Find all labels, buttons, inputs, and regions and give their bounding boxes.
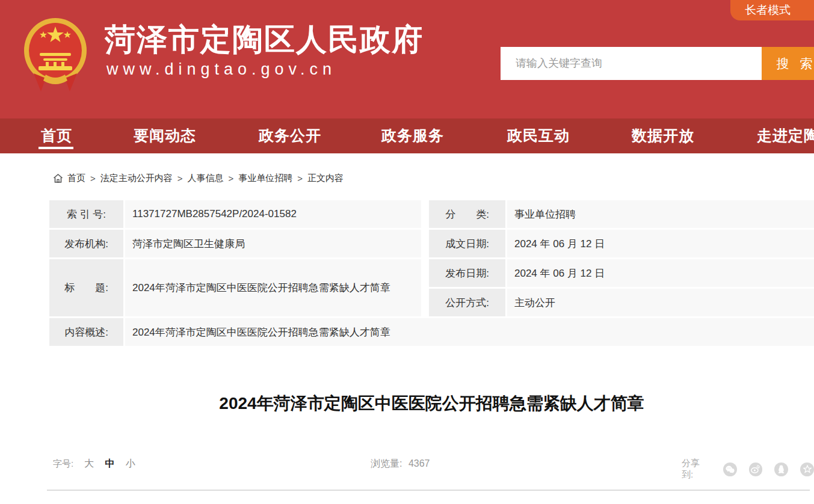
breadcrumb-item-current: 正文内容: [307, 173, 344, 184]
meta-value-method: 主动公开: [507, 289, 814, 316]
nav-item-gov-disclosure[interactable]: 政务公开: [259, 118, 321, 153]
font-size-large-button[interactable]: 大: [84, 458, 94, 469]
meta-label-agency: 发布机构:: [49, 230, 123, 257]
font-size-controls: 字号: 大 中 小: [53, 458, 135, 470]
meta-label-index: 索 引 号:: [49, 200, 123, 228]
meta-label-doc-date: 成文日期:: [429, 230, 505, 257]
search-input[interactable]: [501, 47, 762, 80]
meta-value-doc-date: 2024 年 06 月 12 日: [507, 230, 814, 257]
meta-label-title: 标 题:: [49, 259, 123, 316]
national-emblem-logo[interactable]: [22, 16, 89, 91]
meta-label-method: 公开方式:: [429, 289, 505, 316]
meta-label-pub-date: 发布日期:: [429, 259, 505, 287]
site-header: 菏泽市定陶区人民政府 www.dingtao.gov.cn 搜 索 长者模式: [0, 0, 814, 118]
breadcrumb: 首页 > 法定主动公开内容 > 人事信息 > 事业单位招聘 > 正文内容: [53, 171, 344, 185]
elder-mode-button[interactable]: 长者模式: [730, 0, 814, 20]
meta-label-category: 分 类:: [429, 200, 505, 228]
view-count-value: 4367: [409, 458, 430, 469]
share-bar: 分享到:: [682, 458, 814, 481]
meta-value-category: 事业单位招聘: [507, 200, 814, 228]
breadcrumb-item-home[interactable]: 首页: [67, 173, 85, 184]
wechat-share-icon[interactable]: [723, 463, 737, 476]
nav-item-gov-services[interactable]: 政务服务: [381, 118, 444, 153]
breadcrumb-separator: >: [297, 173, 303, 183]
meta-label-summary: 内容概述:: [49, 318, 123, 346]
view-count: 浏览量: 4367: [367, 458, 430, 470]
meta-value-summary: 2024年菏泽市定陶区中医医院公开招聘急需紧缺人才简章: [125, 318, 814, 346]
site-url: www.dingtao.gov.cn: [106, 60, 336, 79]
breadcrumb-item-disclosure[interactable]: 法定主动公开内容: [100, 173, 173, 184]
breadcrumb-separator: >: [90, 173, 96, 183]
search-button[interactable]: 搜 索: [762, 47, 814, 80]
breadcrumb-separator: >: [177, 173, 183, 183]
weibo-share-icon[interactable]: [749, 463, 763, 476]
meta-value-index: 11371727MB2857542P/2024-01582: [125, 200, 421, 228]
nav-item-label: 首页: [41, 127, 72, 144]
breadcrumb-item-recruitment[interactable]: 事业单位招聘: [238, 173, 292, 184]
site-title: 菏泽市定陶区人民政府: [105, 19, 424, 61]
home-icon: [53, 173, 63, 183]
breadcrumb-separator: >: [229, 173, 234, 183]
nav-item-about-dingtao[interactable]: 走进定陶: [757, 118, 814, 153]
nav-item-news[interactable]: 要闻动态: [134, 118, 196, 153]
font-size-small-button[interactable]: 小: [126, 458, 135, 469]
meta-value-title: 2024年菏泽市定陶区中医医院公开招聘急需紧缺人才简章: [125, 259, 421, 316]
main-navigation: 首页 要闻动态 政务公开 政务服务 政民互动 数据开放 走进定陶: [0, 118, 814, 153]
view-count-label: 浏览量:: [371, 458, 402, 469]
share-label: 分享到:: [682, 458, 711, 481]
content-divider: [47, 490, 810, 491]
nav-item-interaction[interactable]: 政民互动: [507, 118, 570, 153]
article-title: 2024年菏泽市定陶区中医医院公开招聘急需紧缺人才简章: [49, 392, 814, 415]
nav-item-home[interactable]: 首页: [41, 118, 72, 153]
font-size-label: 字号:: [53, 458, 73, 469]
nav-item-open-data[interactable]: 数据开放: [632, 118, 694, 153]
meta-value-pub-date: 2024 年 06 月 12 日: [507, 259, 814, 287]
meta-value-agency: 菏泽市定陶区卫生健康局: [125, 230, 421, 257]
more-share-icon[interactable]: [800, 463, 814, 476]
qzone-share-icon[interactable]: [774, 463, 788, 476]
breadcrumb-item-personnel[interactable]: 人事信息: [188, 173, 224, 184]
font-size-medium-button[interactable]: 中: [105, 458, 115, 469]
active-nav-underline: [39, 147, 73, 149]
